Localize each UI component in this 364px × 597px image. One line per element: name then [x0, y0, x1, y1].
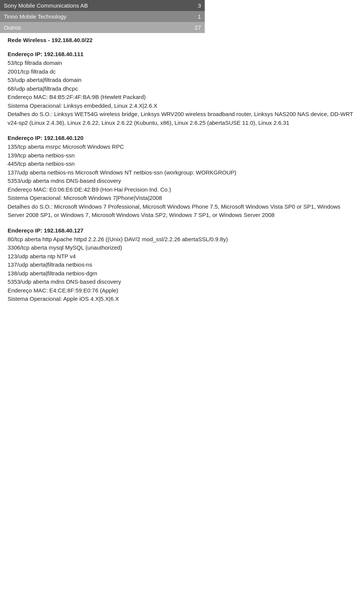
network-title: Rede Wireless - 192.168.40.0/22: [8, 37, 356, 43]
ip120-body: 135/tcp aberta msrpc Microsoft Windows R…: [8, 143, 356, 220]
header-row-count: 1: [178, 11, 205, 22]
header-row-count: 3: [178, 0, 205, 11]
header-row-label: Tinno Mobile Technology: [0, 11, 178, 22]
ip127-section: Endereço IP: 192.168.40.127 80/tcp abert…: [8, 227, 356, 303]
section-line: 80/tcp aberta http Apache httpd 2.2.26 (…: [8, 235, 356, 244]
section-line: Endereço MAC: E4:CE:8F:59:E0:76 (Apple): [8, 286, 356, 295]
section-line: 138/udp aberta|filtrada netbios-dgm: [8, 269, 356, 278]
section-line: 3306/tcp aberta mysql MySQL (unauthorize…: [8, 244, 356, 252]
section-line: 123/udp aberta ntp NTP v4: [8, 252, 356, 261]
section-line: 68/udp aberta|filtrada dhcpc: [8, 85, 356, 93]
header-row-label: Sony Mobile Communications AB: [0, 0, 178, 11]
section-line: 445/tcp aberta netbios-ssn: [8, 160, 356, 168]
header-row-count: 27: [178, 22, 205, 33]
ip127-title: Endereço IP: 192.168.40.127: [8, 227, 356, 234]
section-line: Endereço MAC: B4:B5:2F:4F:BA:9B (Hewlett…: [8, 93, 356, 102]
ip111-section: Endereço IP: 192.168.40.111 53/tcp filtr…: [8, 51, 356, 127]
header-row: Outros27: [0, 22, 205, 33]
header-table: Sony Mobile Communications AB3Tinno Mobi…: [0, 0, 205, 33]
section-line: 135/tcp aberta msrpc Microsoft Windows R…: [8, 143, 356, 151]
section-line: 137/udp aberta|filtrada netbios-ns: [8, 261, 356, 269]
section-line: Sistema Operacional: Microsoft Windows 7…: [8, 194, 356, 203]
header-row: Tinno Mobile Technology1: [0, 11, 205, 22]
section-line: 53/tcp filtrada domain: [8, 59, 356, 68]
section-line: 137/udp aberta netbios-ns Microsoft Wind…: [8, 168, 356, 177]
ip120-title: Endereço IP: 192.168.40.120: [8, 135, 356, 141]
section-line: Sistema Operacional: Apple iOS 4.X|5.X|6…: [8, 295, 356, 303]
network-section: Rede Wireless - 192.168.40.0/22: [8, 37, 356, 43]
section-line: 139/tcp aberta netbios-ssn: [8, 151, 356, 160]
ip111-title: Endereço IP: 192.168.40.111: [8, 51, 356, 57]
section-line: Sistema Operacional: Linksys embedded, L…: [8, 102, 356, 110]
section-line: Detalhes do S.O.: Microsoft Windows 7 Pr…: [8, 203, 356, 220]
ip127-body: 80/tcp aberta http Apache httpd 2.2.26 (…: [8, 235, 356, 303]
section-line: 5353/udp aberta mdns DNS-based discovery: [8, 278, 356, 286]
header-row-label: Outros: [0, 22, 178, 33]
header-row: Sony Mobile Communications AB3: [0, 0, 205, 11]
section-line: 53/udp aberta|filtrada domain: [8, 76, 356, 85]
section-line: 2001/tcp filtrada dc: [8, 68, 356, 76]
section-line: Endereço MAC: E0:06:E6:DE:42:B9 (Hon Hai…: [8, 185, 356, 194]
section-line: 5353/udp aberta mdns DNS-based discovery: [8, 177, 356, 185]
ip111-body: 53/tcp filtrada domain2001/tcp filtrada …: [8, 59, 356, 127]
main-content: Rede Wireless - 192.168.40.0/22 Endereço…: [0, 33, 364, 319]
section-line: Detalhes do S.O.: Linksys WET54G wireles…: [8, 110, 356, 127]
ip120-section: Endereço IP: 192.168.40.120 135/tcp aber…: [8, 135, 356, 220]
